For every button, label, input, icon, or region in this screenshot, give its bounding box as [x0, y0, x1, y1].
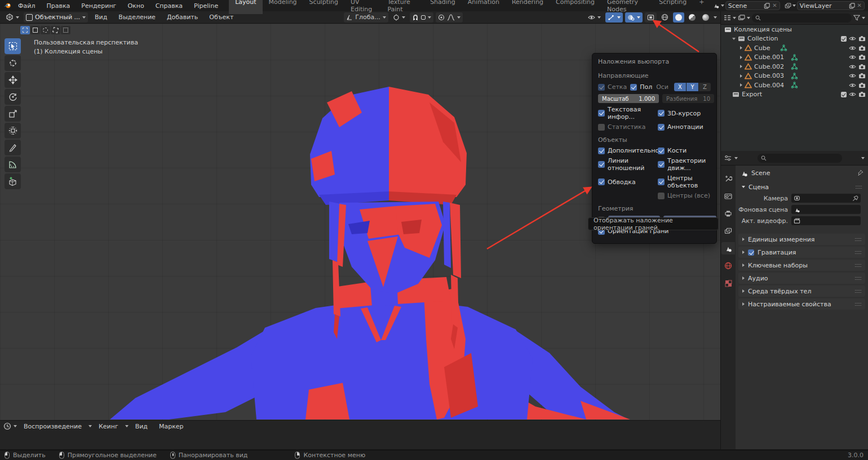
shading-solid-button[interactable] — [673, 12, 684, 23]
overlays-toggle[interactable] — [625, 12, 643, 23]
properties-options-chevron[interactable] — [861, 157, 865, 159]
tab-tool[interactable] — [721, 172, 735, 185]
menu-select[interactable]: Выделение — [114, 12, 160, 22]
render-camera-icon[interactable] — [858, 64, 866, 70]
menu-playback[interactable]: Воспроизведение — [19, 422, 86, 431]
pin-icon[interactable] — [857, 169, 863, 176]
hide-eye-icon[interactable] — [849, 45, 856, 51]
tool-measure[interactable] — [5, 157, 21, 172]
shading-wireframe-button[interactable] — [659, 12, 671, 23]
transform-orientation-dropdown[interactable]: Глоба... — [344, 12, 388, 23]
axis-y-button[interactable]: Y — [687, 83, 698, 91]
unlink-scene-icon[interactable]: ✕ — [772, 3, 777, 8]
viewport-canvas[interactable]: Пользовательская перспектива (1) Коллекц… — [0, 24, 720, 420]
cube-row[interactable]: Cube.003 — [721, 72, 868, 81]
properties-search-input[interactable] — [758, 154, 842, 163]
expand-icon[interactable] — [740, 56, 742, 59]
menu-window[interactable]: Окно — [122, 1, 149, 11]
outliner-search-input[interactable] — [752, 14, 852, 23]
checkbox-annotations[interactable]: Аннотации — [658, 123, 718, 131]
snap-toggle[interactable] — [410, 12, 433, 23]
render-camera-icon[interactable] — [858, 91, 866, 97]
tool-select-box[interactable] — [5, 38, 21, 54]
panel-audio[interactable]: Аудио — [738, 273, 865, 284]
viewlayer-selector-chevron[interactable] — [792, 5, 796, 7]
proportional-editing-toggle[interactable] — [436, 12, 463, 23]
hide-eye-icon[interactable] — [849, 35, 856, 42]
collection-row[interactable]: Collection — [721, 34, 868, 44]
hide-eye-icon[interactable] — [849, 91, 856, 97]
checkbox-text-info[interactable]: Текстовая инфор... — [598, 106, 654, 120]
axis-x-button[interactable]: X — [674, 83, 686, 91]
tool-add-cube[interactable] — [5, 173, 21, 189]
scene-selector-chevron[interactable] — [721, 5, 724, 7]
copy-scene-icon[interactable] — [764, 3, 770, 9]
scene-panel-header[interactable]: Сцена — [738, 181, 865, 193]
tab-texture[interactable] — [721, 277, 735, 289]
cube-row[interactable]: Cube.002 — [721, 62, 868, 72]
cube-row[interactable]: Cube.004 — [721, 81, 868, 90]
gizmos-toggle[interactable] — [605, 12, 623, 23]
shading-rendered-button[interactable] — [700, 12, 711, 23]
tab-rendering[interactable]: Rendering — [506, 0, 550, 14]
axis-z-button[interactable]: Z — [699, 83, 711, 91]
menu-keying[interactable]: Кеинг — [94, 422, 123, 431]
menu-view-timeline[interactable]: Вид — [131, 422, 152, 431]
menu-help[interactable]: Справка — [150, 1, 188, 11]
checkbox-motion-paths[interactable]: Траектории движ... — [658, 157, 718, 172]
render-camera-icon[interactable] — [858, 82, 866, 88]
menu-edit[interactable]: Правка — [41, 1, 75, 11]
properties-editor-icon[interactable] — [724, 155, 732, 162]
tab-sculpting[interactable]: Sculpting — [303, 0, 344, 14]
tool-annotate[interactable] — [5, 140, 21, 155]
timeline-editor-chevron[interactable] — [14, 425, 17, 427]
checkbox-origins-all[interactable]: Центры (все) — [658, 192, 718, 199]
grid-scale-slider[interactable]: Масштаб1.000 — [598, 94, 659, 103]
expand-icon[interactable] — [740, 65, 742, 68]
select-mode-extra[interactable] — [61, 26, 70, 34]
tool-move[interactable] — [5, 72, 21, 88]
xray-toggle[interactable] — [645, 12, 657, 23]
editor-type-button[interactable] — [3, 12, 21, 23]
background-scene-field[interactable] — [791, 205, 861, 214]
filter-funnel-chevron[interactable] — [862, 17, 865, 19]
grid-subdivisions-slider[interactable]: Разбиения10 — [662, 94, 714, 103]
export-collection-row[interactable]: Export — [721, 90, 868, 100]
tab-render[interactable] — [721, 190, 735, 202]
collection-checkbox[interactable] — [841, 92, 847, 97]
select-mode-circle[interactable] — [41, 26, 50, 34]
shading-dropdown-chevron[interactable] — [714, 16, 717, 19]
hide-eye-icon[interactable] — [849, 64, 856, 70]
menu-marker[interactable]: Маркер — [154, 422, 188, 431]
filter-id-icon[interactable] — [738, 15, 745, 21]
hide-eye-icon[interactable] — [849, 73, 856, 79]
menu-file[interactable]: Файл — [13, 1, 40, 11]
menu-view[interactable]: Вид — [90, 12, 112, 22]
checkbox-bones[interactable]: Кости — [658, 147, 718, 154]
expand-icon[interactable] — [740, 46, 742, 50]
tab-scene[interactable] — [721, 242, 735, 254]
collection-checkbox[interactable] — [841, 36, 847, 42]
cube-row[interactable]: Cube — [721, 43, 868, 53]
panel-keying-sets[interactable]: Ключевые наборы — [738, 260, 865, 271]
checkbox-floor[interactable]: Пол — [630, 83, 653, 91]
checkbox-extras[interactable]: Дополнительно — [598, 147, 654, 154]
menu-add[interactable]: Добавить — [162, 12, 202, 22]
viewlayer-icon[interactable] — [785, 2, 791, 9]
tab-output[interactable] — [721, 207, 735, 220]
mode-dropdown[interactable]: Объектный ... — [24, 12, 88, 23]
checkbox-grid[interactable]: Сетка — [598, 83, 627, 91]
blender-logo-icon[interactable] — [3, 2, 12, 10]
tab-world[interactable] — [721, 260, 735, 272]
scene-icon[interactable] — [712, 2, 719, 9]
snap-target-dropdown[interactable] — [391, 12, 408, 23]
tool-scale[interactable] — [5, 106, 21, 122]
filter-id-chevron[interactable] — [747, 17, 750, 19]
select-mode-tweak[interactable] — [20, 26, 30, 34]
viewlayer-name-field[interactable]: ViewLayer ✕ — [797, 1, 865, 10]
display-mode-icon[interactable] — [724, 15, 731, 21]
panel-grip[interactable] — [856, 186, 862, 189]
expand-icon[interactable] — [740, 74, 742, 78]
panel-gravity[interactable]: Гравитация — [738, 247, 865, 258]
render-camera-icon[interactable] — [858, 45, 866, 51]
